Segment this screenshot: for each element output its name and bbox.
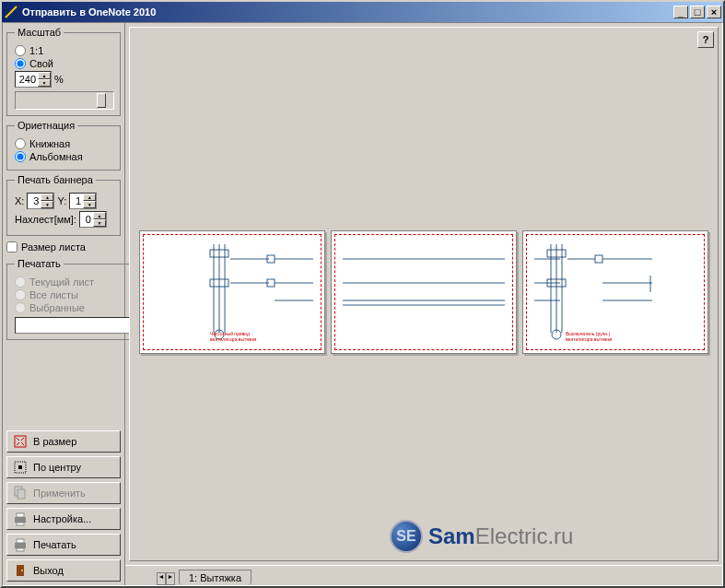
- close-button[interactable]: ×: [707, 6, 721, 18]
- page-3-caption: Выключатель (ручн.)вентилятора вытяжки: [566, 331, 612, 342]
- fit-button[interactable]: В размер: [6, 430, 121, 453]
- setup-button[interactable]: Настройка...: [6, 508, 121, 530]
- banner-y-spinner[interactable]: ▲▼: [69, 193, 97, 209]
- scale-up-icon[interactable]: ▲: [38, 72, 51, 79]
- orient-landscape-label: Альбомная: [29, 151, 83, 162]
- banner-overlap-label: Нахлест[мм]:: [15, 214, 76, 225]
- schematic-1: [149, 241, 315, 342]
- orient-landscape-radio[interactable]: [15, 151, 26, 162]
- apply-label: Применить: [33, 488, 86, 499]
- titlebar[interactable]: Отправить в OneNote 2010 _ □ ×: [2, 2, 723, 22]
- center-icon: [13, 460, 28, 475]
- banner-group: Печать баннера X: ▲▼ Y: ▲▼ Нахлест[мм]:: [6, 174, 121, 236]
- svg-rect-8: [17, 523, 24, 525]
- page-preview-2[interactable]: [331, 230, 517, 354]
- window-title: Отправить в OneNote 2010: [22, 6, 672, 18]
- orient-landscape-row[interactable]: Альбомная: [15, 151, 114, 162]
- scale-custom-radio[interactable]: [15, 58, 26, 69]
- scale-down-icon[interactable]: ▼: [38, 79, 51, 87]
- svg-point-13: [21, 570, 23, 571]
- svg-rect-5: [18, 489, 25, 499]
- banner-overlap-input[interactable]: [80, 212, 93, 227]
- banner-y-input[interactable]: [70, 194, 83, 208]
- scale-input[interactable]: [16, 72, 38, 87]
- scale-custom-row[interactable]: Свой: [15, 58, 114, 69]
- scale-percent: %: [54, 74, 64, 85]
- maximize-button[interactable]: □: [690, 6, 705, 18]
- print-label: Печатать: [33, 539, 76, 550]
- orient-portrait-radio[interactable]: [15, 138, 26, 149]
- right-area: ? Частотны: [124, 23, 722, 585]
- page-previews: Частотный приводвентилятора вытяжки: [139, 230, 708, 354]
- slider-thumb[interactable]: [97, 93, 106, 108]
- orientation-group: Ориетнация Книжная Альбомная: [6, 120, 121, 171]
- watermark-text-2: Electric.ru: [475, 523, 574, 548]
- scale-1-1-label: 1:1: [29, 45, 43, 56]
- sheet-size-checkbox[interactable]: [6, 241, 18, 253]
- scale-group: Масштаб 1:1 Свой ▲ ▼: [6, 27, 121, 116]
- tab-prev-icon[interactable]: ◄: [157, 572, 166, 585]
- scale-slider[interactable]: [15, 91, 114, 110]
- banner-x-spinner[interactable]: ▲▼: [27, 193, 54, 209]
- watermark-text-1: Sam: [428, 523, 475, 548]
- down-icon[interactable]: ▼: [41, 201, 53, 208]
- banner-x-label: X:: [15, 195, 24, 206]
- up-icon[interactable]: ▲: [83, 194, 96, 201]
- page-preview-1[interactable]: Частотный приводвентилятора вытяжки: [139, 230, 325, 354]
- schematic-3: [532, 241, 698, 342]
- sheet-tab[interactable]: 1: Вытяжка: [179, 570, 251, 585]
- print-current-radio: [15, 276, 26, 288]
- scale-legend: Масштаб: [15, 27, 64, 38]
- orient-portrait-row[interactable]: Книжная: [15, 138, 114, 149]
- svg-rect-11: [17, 548, 24, 551]
- printer-icon: [13, 537, 28, 552]
- center-label: По центру: [33, 462, 81, 473]
- svg-rect-1: [15, 436, 26, 447]
- preview-area[interactable]: ? Частотны: [129, 27, 719, 561]
- help-button[interactable]: ?: [697, 31, 714, 48]
- up-icon[interactable]: ▲: [41, 194, 53, 201]
- scale-1-1-row[interactable]: 1:1: [15, 45, 114, 56]
- watermark-badge: SE: [390, 520, 423, 553]
- svg-rect-10: [17, 539, 24, 543]
- tab-next-icon[interactable]: ►: [166, 572, 175, 585]
- app-window: Отправить в OneNote 2010 _ □ × Масштаб 1…: [0, 0, 725, 588]
- svg-rect-3: [18, 465, 22, 469]
- apply-icon: [13, 486, 28, 500]
- print-current-label: Текущий лист: [29, 276, 94, 288]
- banner-y-label: Y:: [57, 195, 66, 206]
- apply-button: Применить: [6, 482, 121, 504]
- printer-setup-icon: [13, 512, 28, 526]
- banner-legend: Печать баннера: [15, 174, 96, 185]
- svg-rect-7: [17, 513, 24, 517]
- orientation-legend: Ориетнация: [15, 120, 77, 131]
- banner-x-input[interactable]: [28, 194, 41, 208]
- scale-1-1-radio[interactable]: [15, 45, 26, 56]
- down-icon[interactable]: ▼: [93, 219, 106, 227]
- scale-custom-label: Свой: [29, 58, 53, 69]
- schematic-2: [341, 241, 507, 342]
- setup-label: Настройка...: [33, 513, 91, 524]
- watermark: SE SamElectric.ru: [390, 520, 573, 553]
- up-icon[interactable]: ▲: [93, 212, 106, 219]
- client-area: Масштаб 1:1 Свой ▲ ▼: [2, 22, 723, 586]
- center-button[interactable]: По центру: [6, 456, 121, 478]
- print-selected-label: Выбранные: [29, 302, 85, 313]
- print-button[interactable]: Печатать: [6, 534, 121, 556]
- print-all-label: Все листы: [29, 289, 78, 300]
- sheet-size-row[interactable]: Размер листа: [6, 241, 121, 253]
- page-preview-3[interactable]: Выключатель (ручн.)вентилятора вытяжки: [522, 230, 708, 354]
- svg-rect-41: [595, 255, 602, 263]
- banner-overlap-spinner[interactable]: ▲▼: [79, 211, 107, 228]
- page-1-caption: Частотный приводвентилятора вытяжки: [210, 331, 256, 342]
- sidebar: Масштаб 1:1 Свой ▲ ▼: [3, 23, 124, 585]
- down-icon[interactable]: ▼: [83, 201, 96, 208]
- exit-button[interactable]: Выход: [6, 559, 121, 582]
- minimize-button[interactable]: _: [673, 6, 688, 18]
- print-path-input[interactable]: [15, 317, 147, 334]
- svg-line-0: [6, 6, 17, 18]
- exit-icon: [13, 563, 28, 578]
- scale-spinner[interactable]: ▲ ▼: [15, 71, 52, 88]
- print-selected-radio: [15, 302, 26, 313]
- print-legend: Печатать: [15, 258, 64, 269]
